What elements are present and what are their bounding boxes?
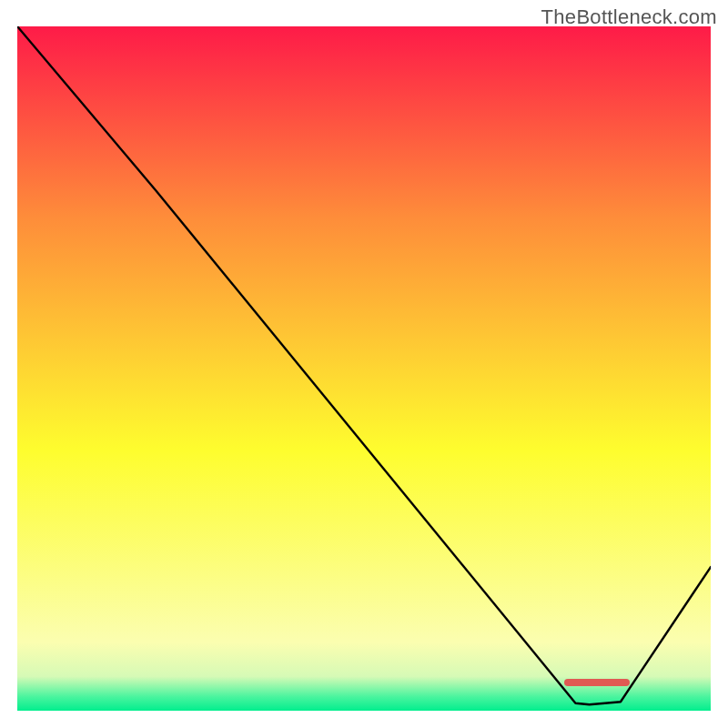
gradient-bg [17, 26, 711, 711]
plot-area [17, 26, 711, 711]
chart-stage: TheBottleneck.com [0, 0, 728, 728]
minimum-marker [564, 679, 630, 686]
chart-svg [17, 26, 711, 711]
